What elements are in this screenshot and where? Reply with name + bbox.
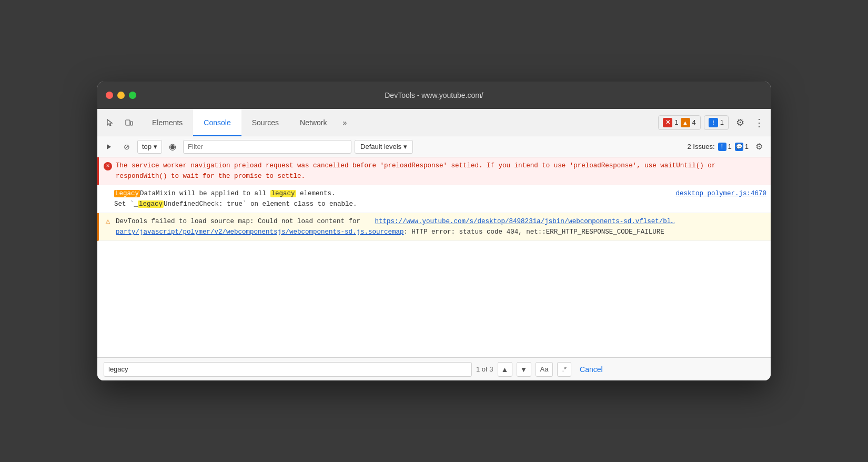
- search-next-button[interactable]: ▼: [517, 362, 531, 377]
- warning-badge-icon: ▲: [681, 118, 690, 127]
- close-button[interactable]: [106, 92, 113, 99]
- tab-sources[interactable]: Sources: [241, 109, 289, 136]
- tab-network[interactable]: Network: [289, 109, 337, 136]
- tabs-container: Elements Console Sources Network »: [142, 109, 658, 136]
- case-sensitive-toggle[interactable]: Aa: [536, 362, 553, 377]
- console-entry-legacy: desktop_polymer.js:4670 LegacyDataMixin …: [97, 185, 771, 213]
- search-cancel-button[interactable]: Cancel: [576, 363, 607, 376]
- settings-button[interactable]: ⚙: [732, 114, 749, 131]
- sourcemap-link[interactable]: https://www.youtube.com/s/desktop/849823…: [116, 218, 675, 236]
- info-badge-icon: !: [709, 118, 718, 127]
- console-entry-warning: ⚠ DevTools failed to load source map: Co…: [97, 213, 771, 241]
- info-badge-group[interactable]: ! 1: [704, 115, 729, 130]
- highlight-legacy-yellow: legacy: [270, 190, 296, 197]
- regex-toggle[interactable]: .*: [557, 362, 571, 377]
- device-icon: [125, 118, 133, 127]
- issues-chat-icon: 💬: [735, 143, 743, 151]
- info-count: 1: [720, 118, 724, 126]
- console-toolbar: ⊘ top ▾ ◉ Default levels ▾ 2 Issues: ! 1…: [97, 136, 771, 157]
- issues-section: 2 Issues: ! 1 💬 1: [688, 143, 749, 151]
- error-badge-group[interactable]: ✕ 1 ▲ 4: [658, 115, 700, 130]
- window-title: DevTools - www.youtube.com/: [385, 91, 483, 99]
- highlight-legacy-yellow2: legacy: [138, 200, 164, 208]
- minimize-button[interactable]: [117, 92, 125, 99]
- context-selector[interactable]: top ▾: [137, 140, 162, 154]
- play-icon: [105, 143, 113, 150]
- console-content: ✕ The service worker navigation preload …: [97, 157, 771, 357]
- search-count: 1 of 3: [476, 365, 493, 373]
- legacy-entry-content: desktop_polymer.js:4670 LegacyDataMixin …: [114, 188, 766, 209]
- issues-chat-badge[interactable]: 💬 1: [735, 143, 749, 151]
- error-count: 1: [674, 118, 678, 126]
- inspect-element-button[interactable]: [102, 114, 118, 131]
- svg-rect-0: [126, 120, 130, 125]
- device-toggle-button[interactable]: [120, 114, 137, 131]
- tab-bar-right-actions: ✕ 1 ▲ 4 ! 1 ⚙ ⋮: [658, 109, 766, 136]
- traffic-lights: [106, 92, 136, 99]
- search-input[interactable]: [104, 362, 472, 377]
- error-entry-content: The service worker navigation preload re…: [116, 160, 766, 182]
- svg-marker-2: [107, 144, 111, 149]
- warning-entry-content: DevTools failed to load source map: Coul…: [116, 216, 766, 237]
- more-options-button[interactable]: ⋮: [752, 114, 766, 131]
- tab-bar-left-icons: [102, 109, 137, 136]
- tab-bar: Elements Console Sources Network » ✕ 1: [97, 109, 771, 136]
- issues-info-badge[interactable]: ! 1: [718, 143, 732, 151]
- block-button[interactable]: ⊘: [119, 139, 134, 154]
- console-settings-button[interactable]: ⚙: [752, 139, 766, 154]
- cursor-icon: [106, 118, 114, 127]
- tab-console[interactable]: Console: [193, 109, 241, 136]
- search-bar: 1 of 3 ▲ ▼ Aa .* Cancel: [97, 357, 771, 380]
- issues-info-icon: !: [718, 143, 726, 151]
- devtools-window: DevTools - www.youtube.com/ Elements Con: [97, 82, 771, 380]
- highlight-legacy-orange: Legacy: [114, 190, 140, 197]
- maximize-button[interactable]: [129, 92, 136, 99]
- eye-button[interactable]: ◉: [165, 139, 180, 154]
- console-entry-error: ✕ The service worker navigation preload …: [97, 157, 771, 185]
- search-prev-button[interactable]: ▲: [498, 362, 512, 377]
- clear-console-button[interactable]: [102, 139, 116, 154]
- title-bar: DevTools - www.youtube.com/: [97, 82, 771, 109]
- error-message-text: The service worker navigation preload re…: [116, 162, 715, 180]
- warning-entry-icon: ⚠: [103, 217, 113, 227]
- tabs-more-button[interactable]: »: [337, 109, 352, 136]
- tab-elements[interactable]: Elements: [142, 109, 193, 136]
- warning-count: 4: [692, 118, 696, 126]
- error-entry-icon: ✕: [103, 162, 113, 171]
- error-badge-icon: ✕: [663, 118, 672, 127]
- legacy-source-link[interactable]: desktop_polymer.js:4670: [675, 188, 766, 199]
- svg-rect-1: [130, 122, 133, 125]
- filter-input[interactable]: [183, 140, 351, 154]
- levels-selector[interactable]: Default levels ▾: [355, 140, 413, 154]
